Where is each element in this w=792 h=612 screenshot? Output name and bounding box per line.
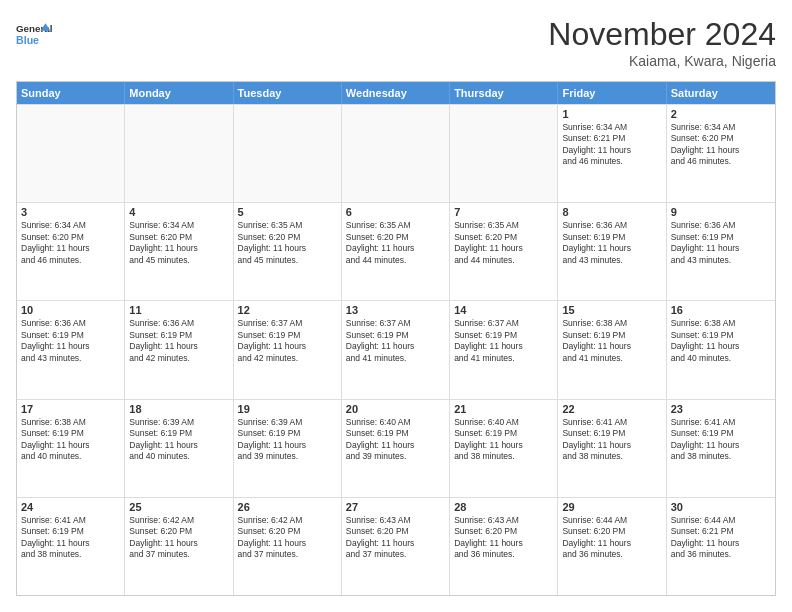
day-number: 23 <box>671 403 771 415</box>
day-info: Sunrise: 6:39 AM Sunset: 6:19 PM Dayligh… <box>129 417 228 463</box>
calendar-cell: 21Sunrise: 6:40 AM Sunset: 6:19 PM Dayli… <box>450 400 558 497</box>
day-info: Sunrise: 6:43 AM Sunset: 6:20 PM Dayligh… <box>454 515 553 561</box>
calendar: SundayMondayTuesdayWednesdayThursdayFrid… <box>16 81 776 596</box>
title-block: November 2024 Kaiama, Kwara, Nigeria <box>548 16 776 69</box>
calendar-week-row: 24Sunrise: 6:41 AM Sunset: 6:19 PM Dayli… <box>17 497 775 595</box>
calendar-cell: 12Sunrise: 6:37 AM Sunset: 6:19 PM Dayli… <box>234 301 342 398</box>
calendar-cell: 10Sunrise: 6:36 AM Sunset: 6:19 PM Dayli… <box>17 301 125 398</box>
day-info: Sunrise: 6:36 AM Sunset: 6:19 PM Dayligh… <box>671 220 771 266</box>
day-number: 17 <box>21 403 120 415</box>
day-info: Sunrise: 6:40 AM Sunset: 6:19 PM Dayligh… <box>346 417 445 463</box>
calendar-cell: 13Sunrise: 6:37 AM Sunset: 6:19 PM Dayli… <box>342 301 450 398</box>
day-info: Sunrise: 6:35 AM Sunset: 6:20 PM Dayligh… <box>346 220 445 266</box>
day-info: Sunrise: 6:34 AM Sunset: 6:20 PM Dayligh… <box>21 220 120 266</box>
header: General Blue November 2024 Kaiama, Kwara… <box>16 16 776 69</box>
day-info: Sunrise: 6:35 AM Sunset: 6:20 PM Dayligh… <box>238 220 337 266</box>
day-number: 13 <box>346 304 445 316</box>
calendar-cell <box>342 105 450 202</box>
calendar-header-day: Monday <box>125 82 233 104</box>
day-number: 24 <box>21 501 120 513</box>
logo: General Blue <box>16 16 52 52</box>
calendar-cell <box>234 105 342 202</box>
calendar-cell <box>125 105 233 202</box>
day-number: 26 <box>238 501 337 513</box>
day-number: 28 <box>454 501 553 513</box>
calendar-cell: 26Sunrise: 6:42 AM Sunset: 6:20 PM Dayli… <box>234 498 342 595</box>
day-number: 18 <box>129 403 228 415</box>
day-info: Sunrise: 6:36 AM Sunset: 6:19 PM Dayligh… <box>129 318 228 364</box>
calendar-cell: 3Sunrise: 6:34 AM Sunset: 6:20 PM Daylig… <box>17 203 125 300</box>
day-number: 19 <box>238 403 337 415</box>
calendar-cell: 8Sunrise: 6:36 AM Sunset: 6:19 PM Daylig… <box>558 203 666 300</box>
day-info: Sunrise: 6:37 AM Sunset: 6:19 PM Dayligh… <box>454 318 553 364</box>
day-number: 27 <box>346 501 445 513</box>
day-info: Sunrise: 6:37 AM Sunset: 6:19 PM Dayligh… <box>238 318 337 364</box>
calendar-cell: 1Sunrise: 6:34 AM Sunset: 6:21 PM Daylig… <box>558 105 666 202</box>
calendar-cell: 4Sunrise: 6:34 AM Sunset: 6:20 PM Daylig… <box>125 203 233 300</box>
day-number: 3 <box>21 206 120 218</box>
day-info: Sunrise: 6:44 AM Sunset: 6:20 PM Dayligh… <box>562 515 661 561</box>
day-info: Sunrise: 6:38 AM Sunset: 6:19 PM Dayligh… <box>21 417 120 463</box>
day-info: Sunrise: 6:42 AM Sunset: 6:20 PM Dayligh… <box>129 515 228 561</box>
day-info: Sunrise: 6:38 AM Sunset: 6:19 PM Dayligh… <box>562 318 661 364</box>
calendar-body: 1Sunrise: 6:34 AM Sunset: 6:21 PM Daylig… <box>17 104 775 595</box>
day-number: 15 <box>562 304 661 316</box>
day-number: 6 <box>346 206 445 218</box>
calendar-cell: 29Sunrise: 6:44 AM Sunset: 6:20 PM Dayli… <box>558 498 666 595</box>
calendar-week-row: 17Sunrise: 6:38 AM Sunset: 6:19 PM Dayli… <box>17 399 775 497</box>
calendar-week-row: 10Sunrise: 6:36 AM Sunset: 6:19 PM Dayli… <box>17 300 775 398</box>
calendar-cell: 30Sunrise: 6:44 AM Sunset: 6:21 PM Dayli… <box>667 498 775 595</box>
logo-icon: General Blue <box>16 16 52 52</box>
day-number: 1 <box>562 108 661 120</box>
location: Kaiama, Kwara, Nigeria <box>548 53 776 69</box>
day-number: 11 <box>129 304 228 316</box>
calendar-cell: 23Sunrise: 6:41 AM Sunset: 6:19 PM Dayli… <box>667 400 775 497</box>
calendar-cell <box>450 105 558 202</box>
calendar-cell: 18Sunrise: 6:39 AM Sunset: 6:19 PM Dayli… <box>125 400 233 497</box>
calendar-week-row: 1Sunrise: 6:34 AM Sunset: 6:21 PM Daylig… <box>17 104 775 202</box>
day-info: Sunrise: 6:41 AM Sunset: 6:19 PM Dayligh… <box>562 417 661 463</box>
day-info: Sunrise: 6:44 AM Sunset: 6:21 PM Dayligh… <box>671 515 771 561</box>
calendar-header-day: Saturday <box>667 82 775 104</box>
svg-text:Blue: Blue <box>16 34 39 46</box>
day-number: 7 <box>454 206 553 218</box>
calendar-header-day: Sunday <box>17 82 125 104</box>
day-info: Sunrise: 6:39 AM Sunset: 6:19 PM Dayligh… <box>238 417 337 463</box>
day-number: 4 <box>129 206 228 218</box>
page: General Blue November 2024 Kaiama, Kwara… <box>0 0 792 612</box>
calendar-cell: 17Sunrise: 6:38 AM Sunset: 6:19 PM Dayli… <box>17 400 125 497</box>
day-info: Sunrise: 6:41 AM Sunset: 6:19 PM Dayligh… <box>21 515 120 561</box>
day-number: 20 <box>346 403 445 415</box>
calendar-cell: 9Sunrise: 6:36 AM Sunset: 6:19 PM Daylig… <box>667 203 775 300</box>
day-info: Sunrise: 6:40 AM Sunset: 6:19 PM Dayligh… <box>454 417 553 463</box>
calendar-header-day: Tuesday <box>234 82 342 104</box>
calendar-cell <box>17 105 125 202</box>
calendar-cell: 14Sunrise: 6:37 AM Sunset: 6:19 PM Dayli… <box>450 301 558 398</box>
day-info: Sunrise: 6:36 AM Sunset: 6:19 PM Dayligh… <box>21 318 120 364</box>
calendar-cell: 27Sunrise: 6:43 AM Sunset: 6:20 PM Dayli… <box>342 498 450 595</box>
day-info: Sunrise: 6:34 AM Sunset: 6:20 PM Dayligh… <box>671 122 771 168</box>
calendar-cell: 16Sunrise: 6:38 AM Sunset: 6:19 PM Dayli… <box>667 301 775 398</box>
day-info: Sunrise: 6:38 AM Sunset: 6:19 PM Dayligh… <box>671 318 771 364</box>
month-title: November 2024 <box>548 16 776 53</box>
calendar-header: SundayMondayTuesdayWednesdayThursdayFrid… <box>17 82 775 104</box>
day-info: Sunrise: 6:36 AM Sunset: 6:19 PM Dayligh… <box>562 220 661 266</box>
day-info: Sunrise: 6:42 AM Sunset: 6:20 PM Dayligh… <box>238 515 337 561</box>
calendar-week-row: 3Sunrise: 6:34 AM Sunset: 6:20 PM Daylig… <box>17 202 775 300</box>
day-info: Sunrise: 6:34 AM Sunset: 6:20 PM Dayligh… <box>129 220 228 266</box>
calendar-cell: 7Sunrise: 6:35 AM Sunset: 6:20 PM Daylig… <box>450 203 558 300</box>
day-number: 10 <box>21 304 120 316</box>
day-number: 5 <box>238 206 337 218</box>
day-number: 30 <box>671 501 771 513</box>
day-number: 14 <box>454 304 553 316</box>
day-number: 9 <box>671 206 771 218</box>
day-info: Sunrise: 6:35 AM Sunset: 6:20 PM Dayligh… <box>454 220 553 266</box>
calendar-cell: 2Sunrise: 6:34 AM Sunset: 6:20 PM Daylig… <box>667 105 775 202</box>
calendar-cell: 20Sunrise: 6:40 AM Sunset: 6:19 PM Dayli… <box>342 400 450 497</box>
calendar-cell: 6Sunrise: 6:35 AM Sunset: 6:20 PM Daylig… <box>342 203 450 300</box>
day-info: Sunrise: 6:37 AM Sunset: 6:19 PM Dayligh… <box>346 318 445 364</box>
day-info: Sunrise: 6:43 AM Sunset: 6:20 PM Dayligh… <box>346 515 445 561</box>
day-info: Sunrise: 6:41 AM Sunset: 6:19 PM Dayligh… <box>671 417 771 463</box>
calendar-cell: 5Sunrise: 6:35 AM Sunset: 6:20 PM Daylig… <box>234 203 342 300</box>
day-info: Sunrise: 6:34 AM Sunset: 6:21 PM Dayligh… <box>562 122 661 168</box>
